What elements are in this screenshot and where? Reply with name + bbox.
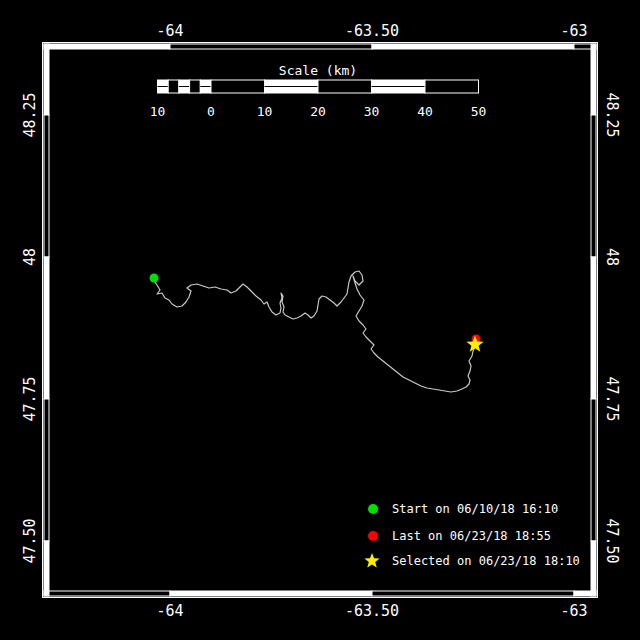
- x-tick-label-bottom: -63: [560, 602, 587, 620]
- frame-border-segment: [170, 44, 372, 49]
- y-tick-label-left: 47.50: [21, 518, 39, 563]
- y-tick-label-right: 47.50: [603, 518, 621, 563]
- scale-tick-label: 20: [310, 104, 326, 119]
- legend: Start on 06/10/18 16:10 Last on 06/23/18…: [364, 502, 579, 568]
- scale-tick-label: 10: [150, 104, 166, 119]
- scale-bar-cell: [190, 80, 201, 93]
- y-tick-label-right: 48.25: [603, 92, 621, 137]
- frame-border-segment: [591, 115, 596, 257]
- x-tick-label-bottom: -63.50: [345, 602, 399, 620]
- legend-last-label: Last on 06/23/18 18:55: [392, 529, 551, 543]
- frame-border-segment: [372, 44, 574, 49]
- frame-border-segment: [44, 44, 49, 115]
- frame-border-segment: [44, 541, 49, 596]
- x-tick-label-top: -64: [156, 22, 183, 40]
- scale-tick-label: 30: [364, 104, 380, 119]
- scale-bar-cell: [168, 80, 179, 93]
- track-map: Scale (km) 10 0 10 20 30 40 50 -64 -63.5…: [0, 0, 640, 640]
- frame-border-segment: [591, 541, 596, 596]
- frame-border-segment: [44, 591, 170, 596]
- frame-border-segment: [591, 44, 596, 115]
- y-tick-label-left: 48: [21, 248, 39, 266]
- scale-tick-label: 40: [417, 104, 433, 119]
- legend-start-label: Start on 06/10/18 16:10: [392, 502, 558, 516]
- start-marker[interactable]: [150, 274, 159, 283]
- x-tick-label-top: -63: [560, 22, 587, 40]
- x-tick-label-bottom: -64: [156, 602, 183, 620]
- scale-tick-label: 10: [257, 104, 273, 119]
- frame-border-segment: [44, 44, 170, 49]
- y-tick-label-right: 47.75: [603, 376, 621, 421]
- scale-tick-label: 0: [207, 104, 215, 119]
- y-tick-label-right: 48: [603, 248, 621, 266]
- frame-border-segment: [591, 257, 596, 399]
- y-tick-label-left: 47.75: [21, 376, 39, 421]
- scale-bar-cell: [318, 80, 372, 93]
- frame-border-segment: [44, 257, 49, 399]
- scale-bar-cell: [425, 80, 479, 93]
- y-tick-label-left: 48.25: [21, 92, 39, 137]
- scale-bar-cell: [211, 80, 265, 93]
- frame-border-segment: [170, 591, 372, 596]
- legend-last-marker-icon: [368, 531, 378, 541]
- frame-border-segment: [44, 115, 49, 257]
- x-tick-label-top: -63.50: [345, 22, 399, 40]
- scale-tick-label: 50: [471, 104, 487, 119]
- frame-border-segment: [44, 399, 49, 541]
- scale-bar-cells: [158, 80, 479, 93]
- legend-start-marker-icon: [368, 504, 378, 514]
- scale-bar-title: Scale (km): [279, 63, 357, 78]
- legend-selected-label: Selected on 06/23/18 18:10: [392, 554, 580, 568]
- frame-border-segment: [372, 591, 574, 596]
- frame-border-segment: [591, 399, 596, 541]
